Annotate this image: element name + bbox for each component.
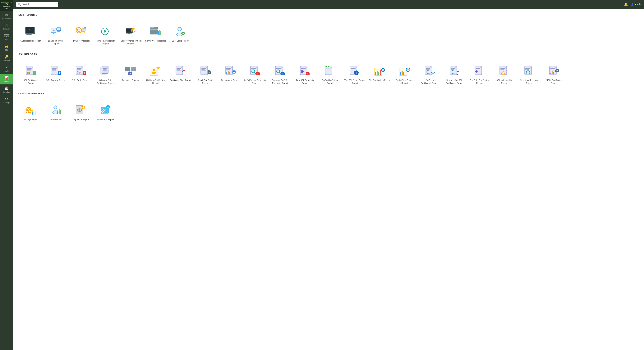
report-all-keys[interactable]: All Keys Report — [18, 101, 43, 123]
svg-rect-2 — [28, 34, 31, 34]
certificate-sign-icon — [174, 65, 186, 77]
svg-point-97 — [152, 69, 155, 71]
svg-point-164 — [408, 69, 408, 70]
report-deployment[interactable]: Deployment Report — [218, 62, 243, 87]
svg-rect-11 — [58, 31, 59, 31]
ssl-store-orders-icon: i — [349, 65, 361, 77]
report-private-key[interactable]: Private Key Report — [68, 22, 93, 47]
report-label-ssl-certificates: SSL Certificates Report — [20, 79, 42, 85]
report-pgp-keys[interactable]: ✉ PGP Keys Report — [93, 101, 118, 123]
svg-rect-193 — [550, 68, 555, 68]
report-key-store[interactable]: Key Store Report — [68, 101, 93, 123]
report-wildcard-ssl[interactable]: * Wildcard SSL Certificates Report — [93, 62, 118, 87]
report-ssl-vulnerability[interactable]: ! SSL Vulnerability Report — [492, 62, 517, 87]
report-label-all-keys: All Keys Report — [24, 118, 38, 121]
app-logo[interactable]: ManageEngine Key Manager Plus — [0, 0, 13, 11]
report-certificate-renewal[interactable]: Certificate Renewal Report — [517, 62, 542, 87]
report-label-ad-user-certificates: AD User Certificates Report — [144, 79, 166, 85]
report-server-access[interactable]: Server Access Report — [143, 22, 168, 47]
svg-rect-44 — [150, 27, 154, 28]
sidebar-item-reports[interactable]: 📊 Reports — [0, 74, 13, 84]
report-ssl-expiry[interactable]: ! SSL Expiry Report — [68, 62, 93, 87]
report-lets-encrypt-certificates[interactable]: Let's Encrypt Certificates Report — [417, 62, 442, 87]
svg-text:GoDaddy: GoDaddy — [326, 66, 332, 68]
svg-rect-188 — [525, 68, 530, 68]
svg-rect-220 — [77, 109, 78, 111]
sidebar-item-schedule[interactable]: 📅 Schedule — [0, 84, 13, 95]
svg-rect-224 — [84, 108, 86, 108]
report-label-globalsign-orders: GlobalSign Orders Report — [394, 79, 416, 85]
report-ssh-users[interactable]: SSH Users Report — [168, 22, 193, 47]
svg-rect-196 — [553, 72, 554, 74]
report-deployed-servers[interactable]: Deployed Servers — [118, 62, 143, 87]
wildcard-ssl-icon: * — [100, 65, 112, 77]
svg-rect-174 — [450, 69, 454, 70]
sidebar-item-keystore[interactable]: 🔑 Key Store — [0, 53, 13, 63]
svg-rect-16 — [81, 31, 85, 32]
svg-point-15 — [78, 29, 80, 31]
svg-rect-173 — [450, 68, 455, 68]
report-ad-user-certificates[interactable]: AD User Certificates Report — [143, 62, 168, 87]
sidebar-item-dashboard[interactable]: ⊞ Dashboard — [0, 11, 13, 21]
keystore-icon: 🔑 — [4, 55, 8, 59]
report-public-key-deployment[interactable]: Public Key Deployment Report — [118, 22, 143, 47]
report-ssl-store-orders[interactable]: i The SSL Store Orders Report — [342, 62, 367, 87]
report-mdm-certificates[interactable]: MDM Certificates Report — [542, 62, 566, 87]
svg-rect-62 — [27, 72, 28, 74]
svg-rect-24 — [84, 27, 85, 28]
svg-rect-184 — [500, 69, 504, 70]
ssh-icon: ⌨ — [4, 34, 9, 38]
sidebar-item-ssl[interactable]: 🔒 SSL — [0, 42, 13, 53]
svg-point-53 — [178, 27, 181, 31]
search-box[interactable]: 🔍 — [16, 2, 58, 7]
report-zerossl-certificates[interactable]: ZeroSSL Certificates Report — [467, 62, 492, 87]
report-label-buypass-go-ssl-requests: Buypass Go SSL Requests Report — [269, 79, 291, 85]
svg-text:i: i — [356, 72, 356, 74]
report-buypass-go-ssl-requests[interactable]: ✉ Buypass Go SSL Requests Report — [268, 62, 292, 87]
search-input[interactable] — [22, 3, 56, 6]
sidebar-label-keystore: Key Store — [3, 59, 10, 61]
report-ssh-resource[interactable]: $_ SSH Resource Report — [18, 22, 43, 47]
svg-rect-17 — [84, 32, 84, 33]
report-sha1-certificate[interactable]: SHA1 Certificate Report — [193, 62, 218, 87]
private-key-icon — [74, 25, 87, 37]
report-certificate-sign[interactable]: Certificate Sign Report — [168, 62, 193, 87]
sidebar-item-ssh[interactable]: ⌨ SSH — [0, 32, 13, 42]
report-digicert-orders[interactable]: DigiCert Orders Report — [367, 62, 392, 87]
svg-point-89 — [129, 70, 130, 71]
svg-rect-3 — [26, 34, 32, 35]
svg-point-28 — [104, 30, 106, 32]
private-key-rotation-icon — [100, 25, 112, 37]
report-lets-encrypt-requests[interactable]: ✉ Let's Encrypt Requests Report — [243, 62, 268, 87]
report-landing-servers[interactable]: Landing Servers Report — [43, 22, 68, 47]
sidebar-item-settings[interactable]: ⚙ Settings — [0, 95, 13, 105]
brand-name: ManageEngine — [1, 1, 12, 3]
report-buypass-go-ssl-certificates[interactable]: Buypass Go SSL Certificates Report — [442, 62, 467, 87]
svg-point-217 — [79, 109, 80, 111]
report-ssl-certificates[interactable]: ✓ SSL Certificates Report — [18, 62, 43, 87]
svg-rect-59 — [27, 70, 31, 71]
report-globalsign-orders[interactable]: GlobalSign Orders Report — [392, 62, 417, 87]
report-audit[interactable]: Audit Report — [43, 101, 68, 123]
svg-text:✉: ✉ — [107, 106, 109, 108]
report-label-pgp-keys: PGP Keys Report — [97, 118, 114, 121]
report-godaddy-orders[interactable]: GoDaddy GoDaddy Orders Report — [318, 62, 342, 87]
svg-point-55 — [181, 31, 185, 35]
svg-rect-114 — [226, 69, 230, 70]
svg-rect-141 — [326, 70, 330, 70]
svg-text:✓: ✓ — [34, 72, 36, 74]
svg-text:✉: ✉ — [307, 73, 308, 75]
svg-text:!: ! — [84, 71, 85, 74]
report-private-key-rotation[interactable]: Private Key Rotation Report — [93, 22, 118, 47]
sidebar-item-audit[interactable]: ✓ Audit — [0, 63, 13, 74]
svg-rect-73 — [77, 68, 82, 68]
svg-point-41 — [156, 27, 158, 28]
user-menu[interactable]: 👤 admin — [631, 3, 641, 6]
server-access-icon — [149, 25, 162, 37]
report-label-private-key-rotation: Private Key Rotation Report — [95, 39, 116, 45]
notification-bell-icon[interactable]: 🔔 — [624, 3, 628, 6]
report-ssl-request[interactable]: SSL Request Report — [43, 62, 68, 87]
sidebar-item-discovery[interactable]: ◎ Discovery — [0, 21, 13, 32]
report-zerossl-requests[interactable]: ✉ ZeroSSL Requests Report — [292, 62, 318, 87]
svg-marker-26 — [108, 30, 109, 32]
